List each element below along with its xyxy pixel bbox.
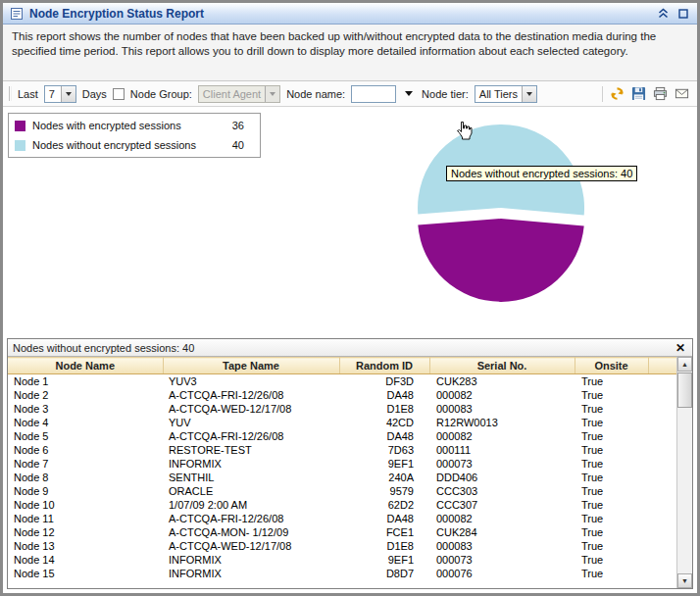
days-select-value: 7 (45, 88, 61, 100)
table-cell: True (575, 429, 648, 443)
table-cell-filler (648, 512, 676, 525)
table-cell: True (575, 416, 648, 429)
table-cell: Node 6 (8, 443, 163, 457)
pie-chart (374, 107, 630, 332)
table-cell: True (575, 457, 648, 471)
table-row[interactable]: Node 5A-CTCQA-FRI-12/26/08DA48000082True (8, 429, 676, 443)
hand-cursor-icon (456, 121, 473, 144)
table-cell: True (575, 525, 648, 539)
node-name-input[interactable] (351, 85, 396, 103)
legend-swatch-unencrypted (15, 140, 25, 151)
table-cell: Node 9 (8, 484, 163, 498)
column-header-serial-no[interactable]: Serial No. (429, 358, 575, 374)
table-cell-filler (648, 498, 676, 512)
report-icon (9, 6, 25, 22)
table-row[interactable]: Node 8SENTHIL240ADDD406True (8, 471, 676, 484)
table-cell: INFORMIX (163, 553, 339, 567)
filter-toolbar: Last 7 Days Node Group: Client Agent Nod… (3, 81, 697, 107)
table-cell: CUK284 (429, 525, 575, 539)
detail-table-wrap: Node Name Tape Name Random ID Serial No.… (8, 357, 692, 588)
table-cell-filler (648, 553, 676, 567)
table-cell: Node 12 (8, 525, 163, 539)
table-cell-filler (648, 457, 676, 471)
table-cell: 7D63 (339, 443, 429, 457)
collapse-panel-icon[interactable] (655, 6, 671, 22)
node-name-label: Node name: (286, 88, 345, 100)
email-icon[interactable] (673, 84, 691, 103)
table-row[interactable]: Node 3A-CTCQA-WED-12/17/08D1E8000083True (8, 402, 676, 416)
table-row[interactable]: Node 11A-CTCQA-FRI-12/26/08DA48000082Tru… (8, 512, 676, 525)
table-row[interactable]: Node 4YUV42CDR12RW0013True (8, 416, 676, 429)
column-header-random-id[interactable]: Random ID (339, 358, 429, 374)
scroll-down-icon[interactable]: ▼ (677, 573, 692, 588)
table-cell: CUK283 (429, 374, 575, 388)
table-cell-filler (648, 567, 676, 580)
report-description: This report shows the number of nodes th… (3, 25, 697, 81)
table-cell: 9EF1 (339, 457, 429, 471)
node-group-select[interactable]: Client Agent (198, 85, 280, 103)
detail-panel: Nodes without encrypted sessions: 40 ✕ N… (7, 338, 693, 589)
table-cell: 000083 (429, 402, 575, 416)
column-header-onsite[interactable]: Onsite (575, 358, 648, 374)
print-icon[interactable] (651, 84, 670, 103)
table-cell: 42CD (339, 416, 429, 429)
table-cell: INFORMIX (163, 457, 339, 471)
table-cell: True (575, 374, 648, 388)
table-cell: Node 1 (8, 374, 163, 388)
table-cell: D1E8 (339, 539, 429, 553)
table-row[interactable]: Node 13A-CTCQA-WED-12/17/08D1E8000083Tru… (8, 539, 676, 553)
table-cell-filler (648, 443, 676, 457)
legend-swatch-encrypted (15, 121, 25, 131)
refresh-icon[interactable] (608, 84, 626, 103)
table-cell: ORACLE (163, 484, 339, 498)
scroll-up-icon[interactable]: ▲ (677, 357, 692, 372)
table-cell-filler (648, 471, 676, 484)
table-row[interactable]: Node 2A-CTCQA-FRI-12/26/08DA48000082True (8, 388, 676, 402)
table-cell-filler (648, 402, 676, 416)
table-cell: 000111 (429, 443, 575, 457)
column-header-tape-name[interactable]: Tape Name (163, 358, 339, 374)
scrollbar-thumb[interactable] (677, 372, 692, 408)
table-cell: A-CTCQA-MON- 1/12/09 (163, 525, 339, 539)
table-cell: 000076 (429, 567, 575, 580)
table-cell: Node 15 (8, 567, 163, 580)
legend-item-encrypted: Nodes with encrypted sessions 36 (15, 120, 254, 131)
table-row[interactable]: Node 14INFORMIX9EF1000073True (8, 553, 676, 567)
table-row[interactable]: Node 1YUV3DF3DCUK283True (8, 374, 676, 388)
table-cell: Node 11 (8, 512, 163, 525)
node-tier-select[interactable]: All Tiers (475, 85, 537, 103)
table-cell: A-CTCQA-WED-12/17/08 (163, 402, 339, 416)
table-row[interactable]: Node 15INFORMIXD8D7000076True (8, 567, 676, 580)
table-cell: True (575, 512, 648, 525)
detail-table: Node Name Tape Name Random ID Serial No.… (8, 357, 676, 580)
table-row[interactable]: Node 12A-CTCQA-MON- 1/12/09FCE1CUK284Tru… (8, 525, 676, 539)
table-cell: 9579 (339, 484, 429, 498)
table-row[interactable]: Node 9ORACLE9579CCC303True (8, 484, 676, 498)
days-select[interactable]: 7 (44, 85, 76, 103)
node-tier-select-value: All Tiers (475, 88, 522, 100)
node-group-checkbox[interactable] (113, 88, 125, 100)
table-cell: DA48 (339, 388, 429, 402)
pie-slice-encrypted[interactable] (418, 219, 583, 302)
node-name-dropdown-icon[interactable] (402, 86, 416, 102)
close-icon[interactable]: ✕ (674, 341, 687, 355)
detail-panel-header: Nodes without encrypted sessions: 40 ✕ (8, 339, 692, 357)
table-cell: True (575, 553, 648, 567)
save-icon[interactable] (629, 84, 648, 103)
table-row[interactable]: Node 101/07/09 2:00 AM62D2CCC307True (8, 498, 676, 512)
window-restore-icon[interactable] (675, 6, 691, 22)
table-cell: A-CTCQA-FRI-12/26/08 (163, 429, 339, 443)
table-cell: YUV3 (163, 374, 339, 388)
table-row[interactable]: Node 7INFORMIX9EF1000073True (8, 457, 676, 471)
column-header-node-name[interactable]: Node Name (8, 358, 163, 374)
table-cell: CCC303 (429, 484, 575, 498)
table-row[interactable]: Node 6RESTORE-TEST7D63000111True (8, 443, 676, 457)
table-cell-filler (648, 388, 676, 402)
table-cell: Node 2 (8, 388, 163, 402)
chevron-down-icon (522, 86, 536, 102)
vertical-scrollbar[interactable]: ▲ ▼ (676, 357, 692, 588)
table-cell: INFORMIX (163, 567, 339, 580)
table-cell: 000082 (429, 512, 575, 525)
legend-value: 40 (232, 139, 244, 151)
title-bar: Node Encryption Status Report (3, 3, 697, 25)
